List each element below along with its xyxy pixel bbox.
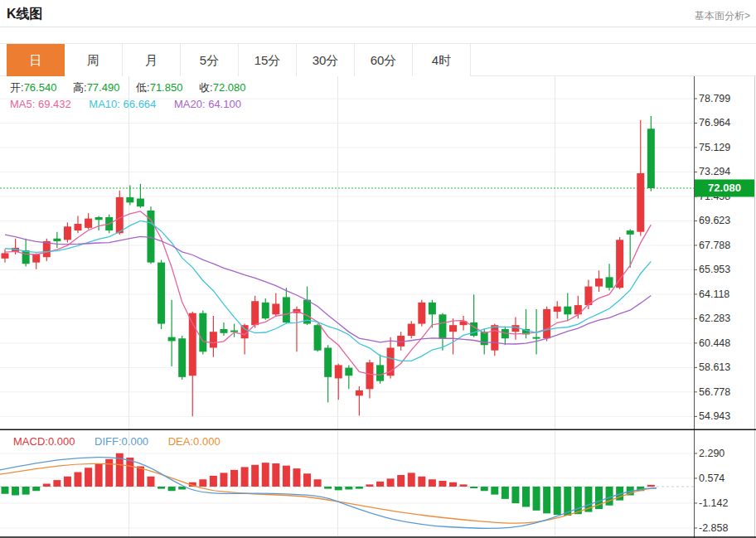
ma10-label: MA10:: [89, 98, 120, 110]
ohlc-readout: 开:76.540 高:77.490 低:71.850 收:72.080: [10, 80, 259, 95]
tab-5min[interactable]: 5分: [181, 44, 239, 76]
tab-15min[interactable]: 15分: [239, 44, 297, 76]
ma5-value: 69.432: [38, 98, 71, 110]
tab-30min[interactable]: 30分: [297, 44, 355, 76]
ma-readout: MA5: 69.432 MA10: 66.664 MA20: 64.100: [10, 98, 256, 110]
svg-text:64.118: 64.118: [699, 288, 729, 300]
svg-text:67.788: 67.788: [699, 240, 730, 251]
svg-text:58.613: 58.613: [699, 361, 730, 373]
tab-day[interactable]: 日: [7, 44, 65, 76]
widget-header: K线图 基本面分析>: [0, 0, 756, 27]
svg-text:54.943: 54.943: [699, 410, 730, 422]
svg-text:-2.858: -2.858: [699, 522, 728, 534]
macd-value: 0.000: [48, 435, 75, 448]
price-axis-labels: 78.79976.96475.12973.29471.45869.62367.7…: [694, 93, 730, 422]
macd-readout: MACD:0.000 DIFF:0.000 DEA:0.000: [13, 435, 237, 448]
tab-60min[interactable]: 60分: [355, 44, 413, 76]
dea-label: DEA:: [168, 435, 193, 448]
svg-text:72.080: 72.080: [708, 182, 741, 194]
close-value: 72.080: [213, 81, 246, 94]
svg-text:65.953: 65.953: [699, 264, 730, 275]
svg-text:-1.142: -1.142: [699, 497, 728, 509]
open-label: 开:: [10, 81, 24, 94]
ma20-value: 64.100: [208, 98, 241, 110]
svg-text:2.290: 2.290: [699, 448, 724, 459]
tab-month[interactable]: 月: [123, 44, 181, 76]
svg-text:73.294: 73.294: [699, 166, 730, 177]
svg-text:60.448: 60.448: [699, 337, 730, 349]
svg-text:76.964: 76.964: [699, 117, 730, 128]
main-gridlines: [0, 76, 694, 429]
ma10-value: 66.664: [124, 98, 157, 110]
low-label: 低:: [136, 81, 150, 94]
svg-text:56.778: 56.778: [699, 386, 730, 398]
macd-label: MACD:: [13, 435, 48, 448]
diff-label: DIFF:: [94, 435, 122, 448]
fundamental-analysis-link[interactable]: 基本面分析>: [695, 9, 750, 23]
high-label: 高:: [73, 81, 87, 94]
close-label: 收:: [199, 81, 213, 94]
ma5-label: MA5:: [10, 98, 35, 110]
period-tab-bar: 日 周 月 5分 15分 30分 60分 4时: [0, 43, 756, 76]
low-value: 71.850: [150, 81, 183, 94]
svg-text:62.283: 62.283: [699, 313, 730, 324]
ma20-label: MA20:: [174, 98, 206, 110]
candles: [2, 116, 655, 416]
current-price-tag: 72.080: [695, 179, 754, 196]
page-title: K线图: [7, 6, 43, 23]
svg-text:78.799: 78.799: [699, 93, 730, 104]
ma10-line: [5, 221, 651, 361]
tab-4hour[interactable]: 4时: [413, 44, 471, 76]
dea-value: 0.000: [193, 435, 220, 448]
ma20-line: [5, 235, 651, 344]
macd-histogram: [2, 453, 655, 516]
svg-text:75.129: 75.129: [699, 142, 730, 153]
candlestick-chart[interactable]: 78.79976.96475.12973.29471.45869.62367.7…: [0, 76, 756, 430]
kline-widget: K线图 基本面分析> 日 周 月 5分 15分 30分 60分 4时 78.79…: [0, 0, 756, 538]
high-value: 77.490: [87, 81, 120, 94]
diff-value: 0.000: [122, 435, 149, 448]
open-value: 76.540: [24, 81, 57, 94]
svg-text:69.623: 69.623: [699, 215, 730, 226]
tab-week[interactable]: 周: [65, 44, 123, 76]
macd-axis-labels: 2.2900.574-1.142-2.858: [694, 448, 728, 534]
svg-text:0.574: 0.574: [699, 473, 724, 484]
